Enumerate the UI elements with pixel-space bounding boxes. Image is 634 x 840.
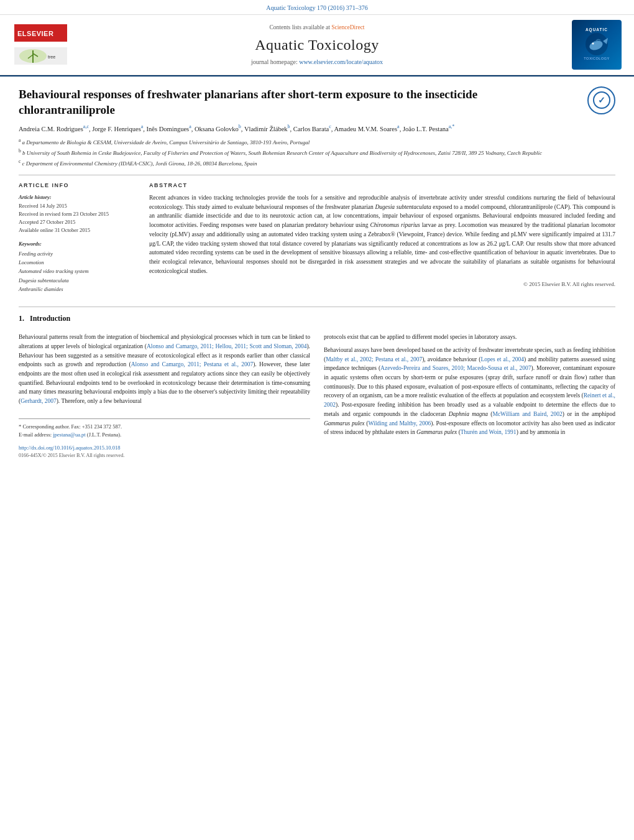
svg-text:tree: tree [48,55,55,59]
ref-lopes[interactable]: Lopes et al., 2004 [480,356,524,362]
homepage-line: journal homepage: www.elsevier.com/locat… [75,58,559,67]
elsevier-tree-svg: tree [14,47,67,65]
header-center: Contents lists available at ScienceDirec… [75,22,559,67]
header-citation: Aquatic Toxicology 170 (2016) 371–376 [0,0,634,15]
journal-citation: Aquatic Toxicology 170 (2016) 371–376 [266,4,368,11]
keywords-group: Keywords: Feeding activity Locomotion Au… [19,240,137,294]
received-date: Received 14 July 2015 [19,202,137,210]
header-right: AQUATIC TOXICOLOGY [566,20,622,70]
email-link[interactable]: jpestana@ua.pt [53,432,85,438]
header-main: ELSEVIER tree Contents lists available a… [0,15,634,75]
badge-text-top: AQUATIC [586,27,608,32]
introduction-section: 1. Introduction Behavioural patterns res… [19,313,615,460]
article-title: Behavioural responses of freshwater plan… [19,86,528,118]
affiliations: a a Departamento de Biologia & CESAM, Un… [19,137,615,168]
journal-badge: AQUATIC TOXICOLOGY [572,20,622,70]
ref-mcwilliam[interactable]: McWilliam and Baird, 2002 [492,411,562,417]
keywords-label: Keywords: [19,240,137,247]
svg-point-11 [592,43,594,45]
ref-reinert[interactable]: Reinert et al., 2002 [324,392,615,408]
intro-right-text-1: protocols exist that can be applied to d… [324,333,615,342]
accepted-date: Accepted 27 October 2015 [19,218,137,226]
elsevier-logo-area: ELSEVIER tree [12,24,68,65]
intro-right-text-2: Behavioural assays have been developed b… [324,346,615,437]
sciencedirect-link[interactable]: ScienceDirect [331,24,364,30]
svg-text:✓: ✓ [598,95,605,105]
page-wrapper: Aquatic Toxicology 170 (2016) 371–376 EL… [0,0,634,470]
article-history-group: Article history: Received 14 July 2015 R… [19,193,137,234]
keyword-3: Automated video tracking system [19,267,137,275]
ref-alonso-2011[interactable]: Alonso and Camargo, 2011; Hellou, 2011; … [147,343,307,349]
contents-line: Contents lists available at ScienceDirec… [75,22,559,34]
history-label: Article history: [19,193,137,201]
article-info-col: ARTICLE INFO Article history: Received 1… [19,182,137,300]
title-crossmark-row: Behavioural responses of freshwater plan… [19,86,615,118]
keyword-1: Feeding activity [19,249,137,258]
badge-fish-icon [584,32,609,57]
introduction-heading: 1. Introduction [19,313,615,324]
ref-alonso-pestana[interactable]: Alonso and Camargo, 2011; Pestana et al.… [131,361,253,367]
authors-line: Andreia C.M. Rodriguesa,c, Jorge F. Henr… [19,123,615,134]
footer-note: * Corresponding author. Fax: +351 234 37… [19,418,310,439]
ref-wilding[interactable]: Wilding and Maltby, 2006 [368,420,431,427]
doi-line: http://dx.doi.org/10.1016/j.aquatox.2015… [19,444,310,452]
received-revised-date: Received in revised form 23 October 2015 [19,210,137,218]
article-content: Behavioural responses of freshwater plan… [0,76,634,470]
divider-1 [19,175,615,175]
keyword-2: Locomotion [19,258,137,267]
keyword-4: Dugesia subtentaculata [19,276,137,285]
divider-2 [19,307,615,307]
abstract-text: Recent advances in video tracking techno… [149,193,615,275]
ref-maltby[interactable]: Maltby et al., 2002; Pestana et al., 200… [326,356,422,362]
homepage-url[interactable]: www.elsevier.com/locate/aquatox [299,58,383,65]
corresponding-note: * Corresponding author. Fax: +351 234 37… [19,423,310,431]
ref-thuren[interactable]: Thurén and Woin, 1991 [461,429,517,435]
affiliation-a: a a Departamento de Biologia & CESAM, Un… [19,137,615,147]
abstract-col: ABSTRACT Recent advances in video tracki… [149,182,615,300]
intro-left-text: Behavioural patterns result from the int… [19,333,310,406]
ref-azevedo[interactable]: Azevedo-Pereira and Soares, 2010; Macedo… [380,365,531,371]
doi-link[interactable]: http://dx.doi.org/10.1016/j.aquatox.2015… [19,445,120,451]
svg-text:ELSEVIER: ELSEVIER [17,30,53,37]
body-left-col: Behavioural patterns result from the int… [19,333,310,460]
affiliation-b: b b University of South Bohemia in Ceske… [19,147,615,158]
keywords-list: Feeding activity Locomotion Automated vi… [19,249,137,294]
abstract-label: ABSTRACT [149,182,615,190]
crossmark-icon: ✓ [593,91,610,109]
info-abstract-row: ARTICLE INFO Article history: Received 1… [19,182,615,300]
body-right-col: protocols exist that can be applied to d… [324,333,615,460]
ref-gerhardt[interactable]: Gerhardt, 2007 [21,398,57,404]
journal-name: Aquatic Toxicology [75,34,559,56]
crossmark-badge[interactable]: ✓ [587,86,615,114]
email-line: E-mail address: jpestana@ua.pt (J.L.T. P… [19,431,310,439]
body-two-col: Behavioural patterns result from the int… [19,333,615,460]
badge-text-bottom: TOXICOLOGY [584,57,609,62]
issn-line: 0166-445X/© 2015 Elsevier B.V. All right… [19,452,310,459]
affiliation-c: c c Department of Environmental Chemistr… [19,158,615,168]
copyright-line: © 2015 Elsevier B.V. All rights reserved… [149,280,615,288]
available-date: Available online 31 October 2015 [19,226,137,234]
elsevier-wordmark-svg: ELSEVIER [14,24,67,42]
article-info-label: ARTICLE INFO [19,182,137,190]
keyword-5: Anthranilic diamides [19,285,137,293]
